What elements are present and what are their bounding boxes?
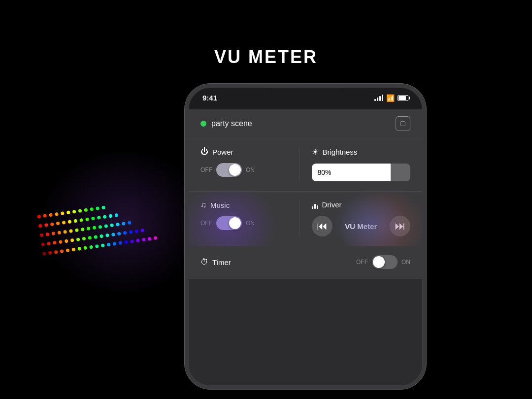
music-toggle-row: OFF ON <box>200 216 299 230</box>
battery-icon <box>398 95 408 101</box>
power-brightness-section: ⏻ Power OFF ON <box>189 138 422 192</box>
signal-bars-icon <box>374 95 383 101</box>
led-strip-4 <box>41 227 156 246</box>
power-toggle[interactable] <box>216 163 242 177</box>
power-brightness-row: ⏻ Power OFF ON <box>200 147 410 181</box>
brightness-track: 80% <box>312 164 411 181</box>
music-on-label: ON <box>246 220 255 227</box>
music-driver-section: ♫ Music OFF ON <box>189 192 422 246</box>
timer-toggle-thumb <box>373 256 385 268</box>
phone-frame: 9:41 📶 party scene <box>185 84 426 389</box>
music-toggle[interactable] <box>216 216 242 230</box>
brightness-icon: ☀ <box>312 147 319 157</box>
power-label: ⏻ Power <box>200 147 299 156</box>
driver-prev-button[interactable]: ⏮ <box>312 216 332 236</box>
stop-icon <box>400 121 405 126</box>
status-icons: 📶 <box>374 94 408 102</box>
scene-name: party scene <box>211 119 252 128</box>
status-time: 9:41 <box>202 94 217 102</box>
led-strip-2 <box>38 208 154 228</box>
driver-current-name: VU Meter <box>345 222 377 231</box>
music-label: ♫ Music <box>200 200 299 209</box>
music-label-text: Music <box>210 201 230 209</box>
timer-label-text: Timer <box>212 258 231 266</box>
scene-info: party scene <box>200 119 252 128</box>
driver-label: Driver <box>312 200 411 209</box>
phone-content: party scene ⏻ Power OFF <box>189 109 422 385</box>
music-toggle-thumb <box>229 217 241 229</box>
timer-toggle-row: OFF ON <box>356 255 410 269</box>
timer-section: ⏱ Timer OFF ON <box>189 246 422 279</box>
music-driver-row: ♫ Music OFF ON <box>200 200 410 236</box>
led-strip-5 <box>42 236 158 256</box>
wifi-icon: 📶 <box>386 94 395 102</box>
brightness-label-text: Brightness <box>323 148 358 156</box>
brightness-label: ☀ Brightness <box>312 147 411 157</box>
brightness-empty <box>391 164 410 181</box>
driver-bars-icon <box>312 201 318 209</box>
power-column: ⏻ Power OFF ON <box>200 147 299 181</box>
music-off-label: OFF <box>200 220 212 227</box>
driver-controls: ⏮ VU Meter ⏭ <box>312 216 411 236</box>
power-off-label: OFF <box>200 166 212 173</box>
power-label-text: Power <box>212 148 233 156</box>
scene-stop-button[interactable] <box>396 116 410 131</box>
power-icon: ⏻ <box>200 147 208 156</box>
timer-label-row: ⏱ Timer <box>200 258 231 266</box>
power-toggle-row: OFF ON <box>200 163 299 177</box>
led-strips-decoration <box>37 199 157 256</box>
driver-label-text: Driver <box>322 200 342 209</box>
phone-mockup: 9:41 📶 party scene <box>185 84 426 389</box>
timer-icon: ⏱ <box>200 258 208 266</box>
phone-notch <box>271 88 340 101</box>
driver-prev-icon: ⏮ <box>317 220 328 233</box>
timer-off-label: OFF <box>356 259 368 266</box>
led-strip-1 <box>37 199 152 219</box>
brightness-fill: 80% <box>312 164 391 181</box>
scene-active-dot <box>200 121 206 127</box>
brightness-slider[interactable]: 80% <box>312 164 411 181</box>
scene-header: party scene <box>189 109 422 138</box>
led-strip-3 <box>40 218 155 237</box>
driver-column: Driver ⏮ VU Meter ⏭ <box>299 200 411 236</box>
power-on-label: ON <box>246 166 255 173</box>
brightness-value: 80% <box>318 168 332 176</box>
timer-toggle[interactable] <box>372 255 398 269</box>
timer-on-label: ON <box>401 259 410 266</box>
page-title: VU METER <box>0 47 532 67</box>
music-column: ♫ Music OFF ON <box>200 200 299 236</box>
music-icon: ♫ <box>200 200 206 209</box>
driver-next-button[interactable]: ⏭ <box>390 216 410 236</box>
driver-next-icon: ⏭ <box>395 220 405 233</box>
brightness-column: ☀ Brightness 80% <box>299 147 411 181</box>
power-toggle-thumb <box>229 164 241 176</box>
